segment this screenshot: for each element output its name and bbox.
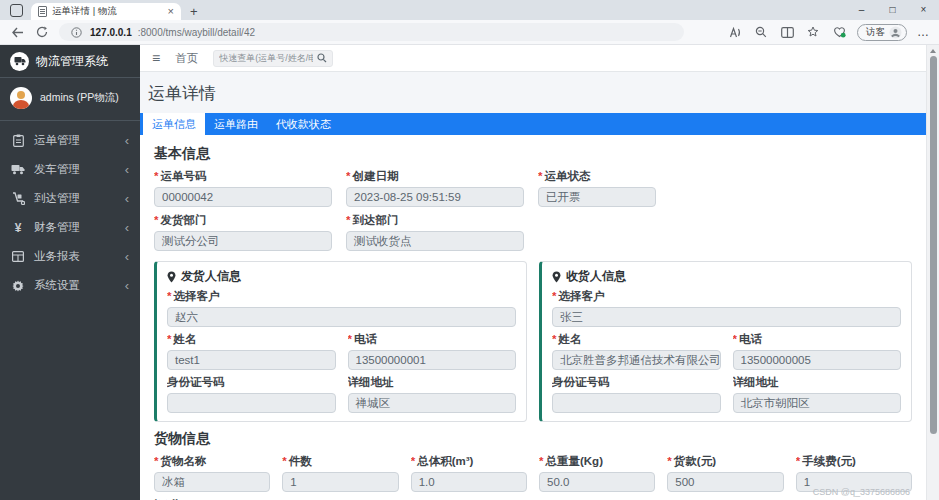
field-receiver-phone: *电话 13500000005: [733, 332, 902, 370]
sender-panel: 发货人信息 *选择客户 赵六 *姓名 test1 *电: [154, 261, 527, 422]
field-label: *货物名称: [154, 454, 270, 469]
field-label-text: 身份证号码: [552, 376, 610, 388]
sender-address-input[interactable]: 禅城区: [348, 393, 517, 413]
field-waybill-number: *运单号码 00000042: [154, 169, 332, 207]
required-mark: *: [167, 290, 171, 302]
profile-button[interactable]: 访客: [857, 24, 907, 41]
goods-qty-input[interactable]: 1: [282, 472, 398, 492]
split-screen-icon[interactable]: [779, 24, 795, 40]
field-created-date: *创建日期 2023-08-25 09:51:59: [346, 169, 524, 207]
sidebar-item-reports[interactable]: 业务报表 ‹: [0, 242, 140, 271]
receiver-id-card-input[interactable]: [552, 393, 721, 413]
field-label: *电话: [348, 332, 517, 347]
field-receiver-customer: *选择客户 张三: [552, 289, 901, 327]
main-area: ≡ 首页 快速查单(运单号/姓名/电 运单详情 运单信息 运单路由 代收款状态 …: [140, 45, 926, 500]
scroll-up-icon[interactable]: [930, 49, 936, 53]
receiver-phone-input[interactable]: 13500000005: [733, 350, 902, 370]
chevron-left-icon: ‹: [125, 221, 129, 234]
required-mark: *: [733, 333, 737, 345]
user-avatar: [10, 87, 32, 109]
field-sender-id-card: 身份证号码: [167, 375, 336, 413]
brand[interactable]: 物流管理系统: [0, 45, 140, 78]
settings-menu-icon[interactable]: …: [917, 30, 930, 35]
created-date-input[interactable]: 2023-08-25 09:51:59: [346, 187, 524, 207]
brand-name: 物流管理系统: [36, 53, 108, 70]
favorites-icon[interactable]: [805, 24, 821, 40]
home-link[interactable]: 首页: [175, 51, 198, 66]
url-path: :8000/tms/waybill/detail/42: [138, 27, 255, 38]
required-mark: *: [154, 170, 158, 182]
app-shell: 物流管理系统 admins (PP物流) 运单管理 ‹: [0, 45, 939, 500]
sender-customer-input[interactable]: 赵六: [167, 307, 516, 327]
sidebar-item-dispatch[interactable]: 发车管理 ‹: [0, 155, 140, 184]
goods-name-input[interactable]: 冰箱: [154, 472, 270, 492]
field-label-text: 电话: [739, 333, 762, 345]
site-info-icon[interactable]: [68, 24, 84, 40]
field-label: *货款(元): [667, 454, 783, 469]
close-button[interactable]: ×: [908, 0, 939, 20]
new-tab-button[interactable]: +: [190, 5, 198, 18]
sidebar-item-waybill[interactable]: 运单管理 ‹: [0, 126, 140, 155]
required-mark: *: [538, 170, 542, 182]
browser-tab[interactable]: 运单详情 | 物流 ×: [31, 3, 181, 20]
field-label: 身份证号码: [167, 375, 336, 390]
sidebar-menu: 运单管理 ‹ 发车管理 ‹ 到达管理 ‹: [0, 121, 140, 305]
goods-payment-input[interactable]: 500: [667, 472, 783, 492]
location-pin-icon: [167, 271, 176, 283]
tab-waybill-info[interactable]: 运单信息: [143, 113, 205, 135]
sender-phone-input[interactable]: 13500000001: [348, 350, 517, 370]
browser-tab-title: 运单详情 | 物流: [52, 5, 163, 18]
field-label-text: 详细地址: [348, 376, 394, 388]
field-label: 身份证号码: [552, 375, 721, 390]
search-input[interactable]: 快速查单(运单号/姓名/电: [213, 50, 333, 67]
field-label-text: 总体积(m³): [417, 455, 473, 467]
sidebar-item-label: 业务报表: [34, 249, 80, 264]
read-aloud-icon[interactable]: [727, 24, 743, 40]
sender-id-card-input[interactable]: [167, 393, 336, 413]
field-label-text: 手续费(元): [802, 455, 856, 467]
address-bar[interactable]: 127.0.0.1:8000/tms/waybill/detail/42: [59, 23, 684, 41]
tab-cod-status[interactable]: 代收款状态: [267, 113, 340, 135]
goods-weight-input[interactable]: 50.0: [539, 472, 655, 492]
sender-name-input[interactable]: test1: [167, 350, 336, 370]
back-icon[interactable]: [9, 24, 25, 40]
waybill-status-input[interactable]: 已开票: [538, 187, 656, 207]
browser-toolbar: 127.0.0.1:8000/tms/waybill/detail/42 访客: [0, 20, 939, 45]
receiver-address-input[interactable]: 北京市朝阳区: [733, 393, 902, 413]
sidebar: 物流管理系统 admins (PP物流) 运单管理 ‹: [0, 45, 140, 500]
to-dept-input[interactable]: 测试收货点: [346, 231, 524, 251]
sidebar-item-arrival[interactable]: 到达管理 ‹: [0, 184, 140, 213]
tab-close-icon[interactable]: ×: [168, 6, 174, 17]
field-label: *选择客户: [167, 289, 516, 304]
field-sender-address: 详细地址 禅城区: [348, 375, 517, 413]
tab-actions-menu-icon[interactable]: [10, 4, 23, 17]
user-panel[interactable]: admins (PP物流): [0, 78, 140, 121]
goods-info-row: *货物名称 冰箱 *件数 1 *总体积(m³) 1.0 *总重量(Kg) 50.…: [154, 454, 912, 498]
waybill-number-input[interactable]: 00000042: [154, 187, 332, 207]
vertical-scrollbar[interactable]: [926, 45, 939, 500]
refresh-icon[interactable]: [34, 24, 50, 40]
receiver-name-input[interactable]: 北京胜普多邦通信技术有限公司: [552, 350, 721, 370]
zoom-out-icon[interactable]: [753, 24, 769, 40]
receiver-customer-input[interactable]: 张三: [552, 307, 901, 327]
field-label-text: 到达部门: [352, 214, 398, 226]
maximize-button[interactable]: □: [877, 0, 908, 20]
required-mark: *: [348, 333, 352, 345]
field-label: *件数: [282, 454, 398, 469]
basic-info-row-2: *发货部门 测试分公司 *到达部门 测试收货点: [154, 213, 912, 257]
hamburger-icon[interactable]: ≡: [152, 51, 160, 65]
sidebar-item-settings[interactable]: 系统设置 ‹: [0, 271, 140, 300]
dolly-icon: [11, 192, 25, 206]
goods-volume-input[interactable]: 1.0: [411, 472, 527, 492]
from-dept-input[interactable]: 测试分公司: [154, 231, 332, 251]
scrollbar-thumb[interactable]: [930, 56, 937, 434]
brand-truck-icon: [10, 52, 29, 71]
truck-icon: [11, 163, 25, 177]
field-label-text: 运单号码: [160, 170, 206, 182]
sidebar-item-finance[interactable]: ¥ 财务管理 ‹: [0, 213, 140, 242]
tab-waybill-route[interactable]: 运单路由: [205, 113, 267, 135]
minimize-button[interactable]: –: [846, 0, 877, 20]
field-label: *总体积(m³): [411, 454, 527, 469]
receiver-panel: 收货人信息 *选择客户 张三 *姓名 北京胜普多邦通信技术有限公司: [539, 261, 912, 422]
browser-essentials-icon[interactable]: [831, 24, 847, 40]
